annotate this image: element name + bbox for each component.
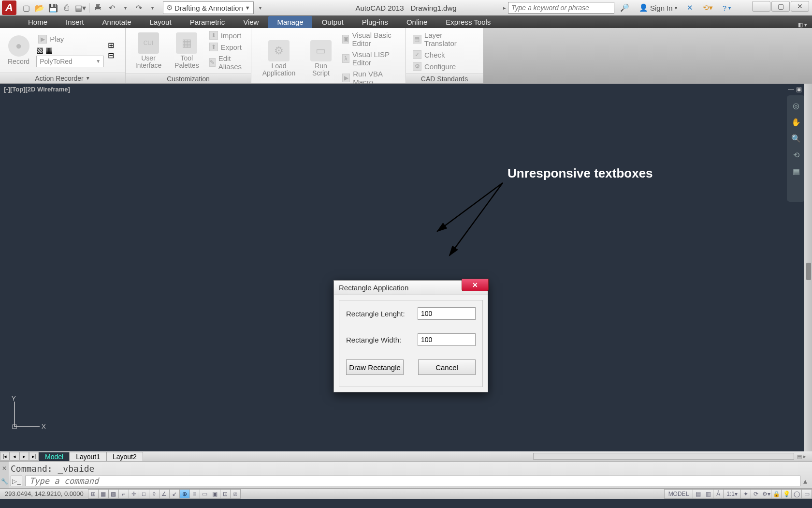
- run-script-button[interactable]: ▭Run Script: [305, 39, 336, 78]
- rectangle-width-input[interactable]: [418, 333, 476, 346]
- layer-translator-button[interactable]: ▤Layer Translator: [411, 30, 478, 48]
- dialog-titlebar[interactable]: Rectangle Application ✕: [334, 281, 488, 295]
- ws-switch-icon[interactable]: ⚙▾: [761, 489, 771, 499]
- sheet-tab-layout1[interactable]: Layout1: [70, 452, 106, 461]
- lwt-toggle[interactable]: ≡: [189, 489, 200, 499]
- vp-restore-icon[interactable]: ▣: [796, 86, 802, 93]
- import-button[interactable]: ⬇Import: [207, 30, 246, 41]
- tab-home[interactable]: Home: [19, 16, 56, 28]
- grid-toggle[interactable]: ▩: [108, 489, 119, 499]
- sheet-tab-layout2[interactable]: Layout2: [106, 452, 143, 461]
- help-icon[interactable]: ? ▾: [719, 3, 735, 13]
- ar-icon2[interactable]: ▦: [45, 45, 53, 55]
- pan-icon[interactable]: ✋: [791, 117, 801, 127]
- tab-plugins[interactable]: Plug-ins: [353, 16, 397, 28]
- vlisp-editor-button[interactable]: λVisual LISP Editor: [340, 49, 401, 68]
- tpy-toggle[interactable]: ▭: [200, 489, 210, 499]
- stayconnected-icon[interactable]: ⟲▾: [699, 2, 717, 13]
- tab-parametric[interactable]: Parametric: [181, 16, 234, 28]
- quickview-layouts-icon[interactable]: ▤: [693, 489, 703, 499]
- infocenter-arrow-icon[interactable]: ▸: [503, 5, 506, 11]
- tab-output[interactable]: Output: [313, 16, 352, 28]
- export-button[interactable]: ⬆Export: [207, 42, 246, 52]
- redo-icon[interactable]: ↷: [133, 2, 145, 14]
- coordinates-readout[interactable]: 293.0494, 142.9210, 0.0000: [0, 490, 88, 497]
- maximize-button[interactable]: ▢: [771, 1, 790, 12]
- new-icon[interactable]: ▢: [20, 2, 32, 14]
- quickview-drawings-icon[interactable]: ▥: [703, 489, 713, 499]
- print-icon[interactable]: 🖶: [92, 2, 104, 14]
- action-preset-dropdown[interactable]: PolyToRed▼: [36, 56, 104, 67]
- viewport-label[interactable]: [-][Top][2D Wireframe]: [4, 86, 70, 93]
- saveas-icon[interactable]: ⎙: [61, 2, 72, 14]
- ar-icon1[interactable]: ▧: [36, 45, 44, 55]
- annotation-scale-dropdown[interactable]: 1:1▾: [723, 489, 741, 499]
- scroll-thumb[interactable]: [806, 263, 811, 280]
- vba-editor-button[interactable]: ▣Visual Basic Editor: [340, 30, 401, 48]
- close-button[interactable]: ✕: [791, 1, 809, 12]
- showmotion-icon[interactable]: ▦: [791, 166, 801, 177]
- command-handle[interactable]: ✕🔧: [0, 462, 9, 488]
- infer-constraints-toggle[interactable]: ⊞: [88, 489, 99, 499]
- open-icon[interactable]: 📂: [34, 2, 45, 14]
- navwheel-icon[interactable]: ◎: [791, 100, 801, 111]
- vertical-scrollbar[interactable]: [804, 84, 812, 451]
- search-input[interactable]: [508, 2, 614, 14]
- save-icon[interactable]: 💾: [47, 2, 59, 14]
- otrack-toggle[interactable]: ∠: [159, 489, 170, 499]
- dyn-toggle[interactable]: ⊕: [179, 489, 190, 499]
- redo-dd-icon[interactable]: ▾: [146, 2, 158, 14]
- sc-toggle[interactable]: ⊡: [220, 489, 231, 499]
- undo-dd-icon[interactable]: ▾: [119, 2, 131, 14]
- cui-button[interactable]: CUIUser Interface: [130, 31, 166, 71]
- load-application-button[interactable]: ⚙Load Application: [256, 39, 302, 78]
- qp-toggle[interactable]: ▣: [210, 489, 220, 499]
- model-paper-toggle[interactable]: MODEL: [664, 489, 694, 499]
- play-button[interactable]: ▶Play: [36, 34, 104, 45]
- ducs-toggle[interactable]: ↙: [169, 489, 180, 499]
- horizontal-scrollbar[interactable]: ▤ ▸: [143, 453, 812, 460]
- rectangle-length-input[interactable]: [418, 307, 476, 320]
- sheet-last-icon[interactable]: ▸|: [29, 452, 39, 461]
- undo-icon[interactable]: ↶: [106, 2, 117, 14]
- ribbon-collapse-icon[interactable]: ◧ ▾: [793, 22, 812, 28]
- sheet-tab-model[interactable]: Model: [39, 452, 70, 461]
- tab-annotate[interactable]: Annotate: [94, 16, 140, 28]
- cancel-button[interactable]: Cancel: [418, 359, 476, 375]
- tool-palettes-button[interactable]: ▦Tool Palettes: [170, 31, 203, 71]
- ar-icon4[interactable]: ⊟: [108, 51, 114, 60]
- zoom-extents-icon[interactable]: 🔍: [791, 133, 801, 144]
- dialog-close-button[interactable]: ✕: [462, 279, 489, 291]
- command-input[interactable]: [25, 476, 800, 486]
- sheet-first-icon[interactable]: |◂: [0, 452, 10, 461]
- signin-button[interactable]: 👤Sign In▾: [635, 2, 681, 13]
- chevron-down-icon[interactable]: ▼: [86, 75, 90, 81]
- plot-dropdown-icon[interactable]: ▤▾: [74, 2, 86, 14]
- search-go-icon[interactable]: 🔎: [616, 2, 633, 13]
- snap-toggle[interactable]: ▦: [98, 489, 109, 499]
- tab-insert[interactable]: Insert: [57, 16, 93, 28]
- close-icon[interactable]: ✕: [2, 465, 7, 472]
- check-standards-button[interactable]: ✓Check: [411, 49, 478, 60]
- app-logo-icon[interactable]: A: [2, 0, 16, 15]
- exchange-icon[interactable]: ✕: [683, 2, 697, 13]
- tab-manage[interactable]: Manage: [268, 16, 312, 28]
- tab-online[interactable]: Online: [398, 16, 436, 28]
- workspace-menu-icon[interactable]: ▾: [255, 2, 266, 14]
- wrench-icon[interactable]: 🔧: [1, 478, 8, 485]
- polar-toggle[interactable]: ✛: [129, 489, 139, 499]
- clean-screen-icon[interactable]: ▭: [801, 489, 812, 499]
- isolate-objects-icon[interactable]: ◯: [791, 489, 802, 499]
- sheet-prev-icon[interactable]: ◂: [10, 452, 19, 461]
- orbit-icon[interactable]: ⟲: [791, 149, 801, 160]
- osnap-toggle[interactable]: □: [139, 489, 149, 499]
- vp-minimize-icon[interactable]: —: [788, 86, 794, 93]
- tab-express[interactable]: Express Tools: [437, 16, 499, 28]
- 3dosnap-toggle[interactable]: ◊: [149, 489, 160, 499]
- workspace-dropdown[interactable]: ⚙ Drafting & Annotation ▼: [163, 1, 254, 14]
- hardware-accel-icon[interactable]: 💡: [781, 489, 792, 499]
- tab-layout[interactable]: Layout: [141, 16, 180, 28]
- edit-aliases-button[interactable]: ✎Edit Aliases: [207, 53, 246, 72]
- am-toggle[interactable]: ⎚: [230, 489, 241, 499]
- drawing-canvas[interactable]: [-][Top][2D Wireframe] — ▣ ✕ ◎ ✋ 🔍 ⟲ ▦ U…: [0, 84, 812, 451]
